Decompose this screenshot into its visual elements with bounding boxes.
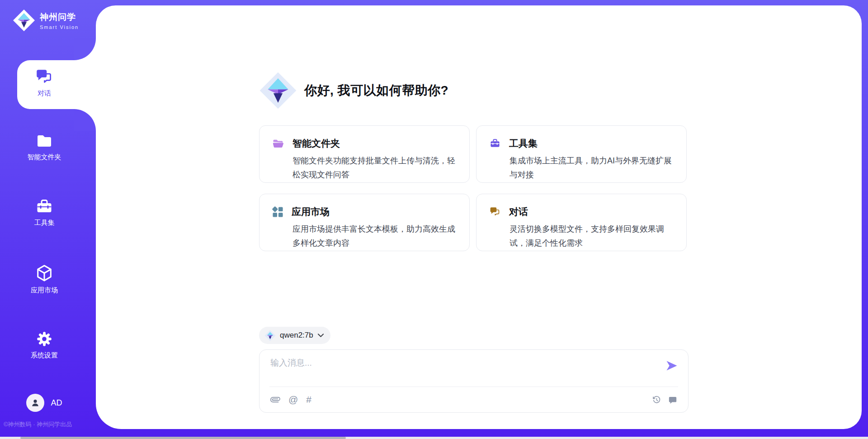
horizontal-scrollbar[interactable] <box>0 437 868 439</box>
mention-icon[interactable]: @ <box>288 395 298 405</box>
sidebar-item-settings[interactable]: 系统设置 <box>0 329 89 360</box>
brand-logo-icon <box>13 9 35 32</box>
card-description: 集成市场上主流工具，助力AI与外界无缝扩展与对接 <box>509 154 675 182</box>
sidebar-item-label: 对话 <box>38 89 51 98</box>
brand-subtitle: Smart Vision <box>40 24 79 30</box>
send-icon[interactable] <box>665 360 678 372</box>
toolbox-icon <box>35 198 54 216</box>
brand-name: 神州问学 <box>40 11 79 23</box>
cube-icon <box>34 263 54 283</box>
chat-bubble-icon[interactable] <box>668 396 677 405</box>
greeting-text: 你好, 我可以如何帮助你? <box>304 82 448 99</box>
open-folder-icon <box>272 138 284 149</box>
card-description: 灵活切换多模型文件，支持多样回复效果调试，满足个性化需求 <box>509 222 675 250</box>
card-chat[interactable]: 对话 灵活切换多模型文件，支持多样回复效果调试，满足个性化需求 <box>476 194 687 251</box>
sidebar-item-chat-active-tab[interactable]: 对话 <box>17 60 96 109</box>
card-title: 工具集 <box>509 137 538 150</box>
sidebar-item-label: 系统设置 <box>31 351 58 360</box>
attachment-icon[interactable] <box>270 395 280 405</box>
content-panel: 你好, 我可以如何帮助你? 智能文件夹 智能文件夹功能支持批量文件上传与清洗，轻… <box>96 5 862 429</box>
tab-fillet-top <box>74 38 96 60</box>
card-title: 应用市场 <box>292 205 330 218</box>
hashtag-icon[interactable]: # <box>306 395 311 405</box>
sidebar-item-toolset[interactable]: 工具集 <box>0 198 89 227</box>
feature-cards: 智能文件夹 智能文件夹功能支持批量文件上传与清洗，轻松实现文件问答 <box>259 125 689 251</box>
brand: 神州问学 Smart Vision <box>13 9 79 32</box>
history-icon[interactable] <box>652 395 661 405</box>
model-name: qwen2:7b <box>280 331 313 340</box>
card-description: 智能文件夹功能支持批量文件上传与清洗，轻松实现文件问答 <box>292 154 458 182</box>
toolbox-icon <box>489 138 501 149</box>
sidebar-item-app-market[interactable]: 应用市场 <box>0 263 89 295</box>
card-description: 应用市场提供丰富长文本模板，助力高效生成多样化文章内容 <box>292 222 458 250</box>
copyright: ©神州数码 · 神州问学出品 <box>4 420 72 429</box>
chat-icon <box>489 206 501 218</box>
card-title: 对话 <box>509 205 528 218</box>
sidebar-item-label: 智能文件夹 <box>28 153 61 162</box>
message-composer: @ # <box>259 349 689 413</box>
app-window: 神州问学 Smart Vision 对话 <box>0 0 868 439</box>
user-name: AD <box>51 398 62 408</box>
folder-icon <box>35 132 54 150</box>
card-smart-folder[interactable]: 智能文件夹 智能文件夹功能支持批量文件上传与清洗，轻松实现文件问答 <box>259 125 470 183</box>
apps-grid-icon <box>272 206 283 218</box>
card-title: 智能文件夹 <box>292 137 340 150</box>
greeting-logo-icon <box>259 72 297 110</box>
greeting-block: 你好, 我可以如何帮助你? <box>259 72 448 110</box>
card-toolset[interactable]: 工具集 集成市场上主流工具，助力AI与外界无缝扩展与对接 <box>476 125 687 183</box>
gear-icon <box>35 329 54 348</box>
chevron-down-icon <box>317 333 324 338</box>
sidebar-item-label: 工具集 <box>34 219 55 227</box>
user-chip[interactable]: AD <box>0 394 89 412</box>
avatar <box>26 394 44 412</box>
tab-fillet-bottom <box>74 109 96 131</box>
scrollbar-thumb[interactable] <box>20 437 346 439</box>
sidebar-item-chat[interactable]: 对话 <box>17 67 71 98</box>
sidebar: 神州问学 Smart Vision 对话 <box>0 0 96 439</box>
sidebar-item-smart-folder[interactable]: 智能文件夹 <box>0 132 89 162</box>
message-input[interactable] <box>270 357 655 383</box>
model-logo-icon <box>264 330 276 341</box>
sidebar-item-label: 应用市场 <box>31 286 58 295</box>
composer-divider <box>269 387 678 387</box>
chat-icon <box>35 67 54 86</box>
card-app-market[interactable]: 应用市场 应用市场提供丰富长文本模板，助力高效生成多样化文章内容 <box>259 194 470 251</box>
model-selector[interactable]: qwen2:7b <box>259 327 330 344</box>
